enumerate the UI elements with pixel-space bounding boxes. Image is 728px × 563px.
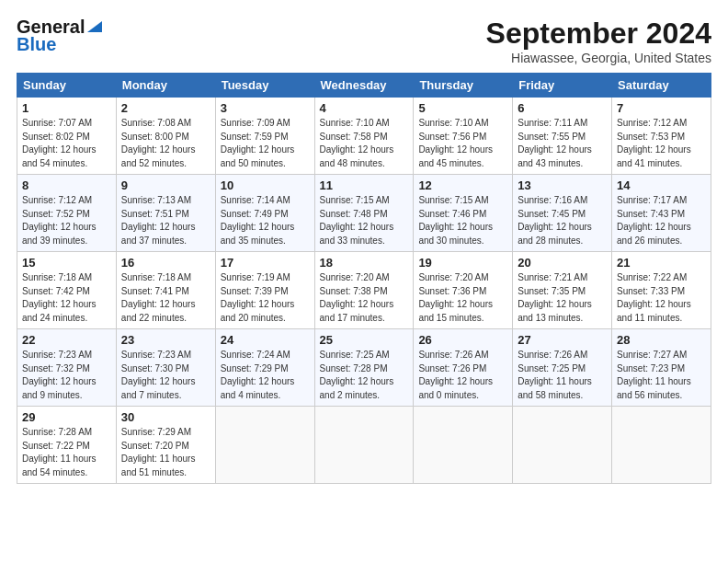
calendar-week-3: 15Sunrise: 7:18 AM Sunset: 7:42 PM Dayli… [17, 252, 711, 329]
calendar-cell: 11Sunrise: 7:15 AM Sunset: 7:48 PM Dayli… [314, 175, 414, 252]
weekday-header-thursday: Thursday [414, 74, 513, 98]
weekday-header-wednesday: Wednesday [314, 74, 414, 98]
day-number: 17 [221, 256, 310, 270]
calendar-cell [215, 407, 314, 484]
day-number: 19 [418, 256, 507, 270]
day-detail: Sunrise: 7:09 AM Sunset: 7:59 PM Dayligh… [221, 117, 310, 170]
day-detail: Sunrise: 7:27 AM Sunset: 7:23 PM Dayligh… [617, 349, 706, 402]
day-number: 6 [518, 101, 607, 115]
day-detail: Sunrise: 7:18 AM Sunset: 7:41 PM Dayligh… [121, 271, 210, 325]
day-detail: Sunrise: 7:25 AM Sunset: 7:28 PM Dayligh… [320, 349, 409, 402]
title-area: September 2024 Hiawassee, Georgia, Unite… [486, 17, 711, 65]
day-detail: Sunrise: 7:14 AM Sunset: 7:49 PM Dayligh… [221, 194, 310, 247]
calendar-cell: 29Sunrise: 7:28 AM Sunset: 7:22 PM Dayli… [17, 407, 117, 484]
calendar-cell: 15Sunrise: 7:18 AM Sunset: 7:42 PM Dayli… [17, 252, 117, 329]
day-detail: Sunrise: 7:12 AM Sunset: 7:53 PM Dayligh… [617, 117, 706, 170]
calendar-week-2: 8Sunrise: 7:12 AM Sunset: 7:52 PM Daylig… [17, 175, 711, 252]
day-detail: Sunrise: 7:23 AM Sunset: 7:32 PM Dayligh… [22, 349, 111, 402]
logo: General Blue [17, 17, 104, 55]
day-detail: Sunrise: 7:24 AM Sunset: 7:29 PM Dayligh… [221, 349, 310, 402]
day-number: 22 [22, 333, 111, 347]
calendar-cell: 22Sunrise: 7:23 AM Sunset: 7:32 PM Dayli… [17, 329, 117, 407]
day-number: 21 [617, 256, 706, 270]
calendar-cell: 17Sunrise: 7:19 AM Sunset: 7:39 PM Dayli… [215, 252, 314, 329]
day-detail: Sunrise: 7:12 AM Sunset: 7:52 PM Dayligh… [22, 194, 111, 247]
calendar-cell: 24Sunrise: 7:24 AM Sunset: 7:29 PM Dayli… [215, 329, 314, 407]
day-number: 3 [221, 101, 310, 115]
calendar-cell: 28Sunrise: 7:27 AM Sunset: 7:23 PM Dayli… [612, 329, 711, 407]
calendar-cell: 20Sunrise: 7:21 AM Sunset: 7:35 PM Dayli… [513, 252, 612, 329]
logo-triangle-icon [85, 17, 104, 36]
calendar-cell: 25Sunrise: 7:25 AM Sunset: 7:28 PM Dayli… [314, 329, 414, 407]
location: Hiawassee, Georgia, United States [486, 51, 711, 65]
calendar-table: SundayMondayTuesdayWednesdayThursdayFrid… [17, 73, 711, 484]
day-detail: Sunrise: 7:16 AM Sunset: 7:45 PM Dayligh… [518, 194, 607, 247]
month-title: September 2024 [486, 17, 711, 51]
logo-blue: Blue [17, 34, 56, 55]
day-detail: Sunrise: 7:26 AM Sunset: 7:26 PM Dayligh… [418, 349, 507, 402]
calendar-cell: 13Sunrise: 7:16 AM Sunset: 7:45 PM Dayli… [513, 175, 612, 252]
calendar-week-1: 1Sunrise: 7:07 AM Sunset: 8:02 PM Daylig… [17, 98, 711, 175]
calendar-cell: 30Sunrise: 7:29 AM Sunset: 7:20 PM Dayli… [116, 407, 215, 484]
day-detail: Sunrise: 7:15 AM Sunset: 7:46 PM Dayligh… [418, 194, 507, 247]
calendar-cell: 26Sunrise: 7:26 AM Sunset: 7:26 PM Dayli… [414, 329, 513, 407]
day-detail: Sunrise: 7:29 AM Sunset: 7:20 PM Dayligh… [121, 426, 210, 479]
day-number: 16 [121, 256, 210, 270]
day-number: 1 [22, 101, 111, 115]
calendar-cell [513, 407, 612, 484]
weekday-header-row: SundayMondayTuesdayWednesdayThursdayFrid… [17, 74, 711, 98]
calendar-week-5: 29Sunrise: 7:28 AM Sunset: 7:22 PM Dayli… [17, 407, 711, 484]
calendar-cell: 3Sunrise: 7:09 AM Sunset: 7:59 PM Daylig… [215, 98, 314, 175]
calendar-cell: 7Sunrise: 7:12 AM Sunset: 7:53 PM Daylig… [612, 98, 711, 175]
weekday-header-tuesday: Tuesday [215, 74, 314, 98]
day-detail: Sunrise: 7:07 AM Sunset: 8:02 PM Dayligh… [22, 117, 111, 170]
calendar-cell: 1Sunrise: 7:07 AM Sunset: 8:02 PM Daylig… [17, 98, 117, 175]
day-number: 24 [221, 333, 310, 347]
calendar-cell: 19Sunrise: 7:20 AM Sunset: 7:36 PM Dayli… [414, 252, 513, 329]
day-detail: Sunrise: 7:21 AM Sunset: 7:35 PM Dayligh… [518, 271, 607, 325]
header: General Blue September 2024 Hiawassee, G… [17, 17, 711, 65]
day-detail: Sunrise: 7:13 AM Sunset: 7:51 PM Dayligh… [121, 194, 210, 247]
day-detail: Sunrise: 7:20 AM Sunset: 7:36 PM Dayligh… [418, 271, 507, 325]
day-detail: Sunrise: 7:23 AM Sunset: 7:30 PM Dayligh… [121, 349, 210, 402]
day-number: 27 [518, 333, 607, 347]
day-number: 20 [518, 256, 607, 270]
day-detail: Sunrise: 7:10 AM Sunset: 7:58 PM Dayligh… [320, 117, 409, 170]
day-detail: Sunrise: 7:15 AM Sunset: 7:48 PM Dayligh… [320, 194, 409, 247]
day-detail: Sunrise: 7:08 AM Sunset: 8:00 PM Dayligh… [121, 117, 210, 170]
day-detail: Sunrise: 7:11 AM Sunset: 7:55 PM Dayligh… [518, 117, 607, 170]
day-number: 28 [617, 333, 706, 347]
calendar-cell [612, 407, 711, 484]
day-number: 7 [617, 101, 706, 115]
calendar-cell: 10Sunrise: 7:14 AM Sunset: 7:49 PM Dayli… [215, 175, 314, 252]
day-detail: Sunrise: 7:10 AM Sunset: 7:56 PM Dayligh… [418, 117, 507, 170]
day-number: 13 [518, 178, 607, 192]
calendar-cell: 16Sunrise: 7:18 AM Sunset: 7:41 PM Dayli… [116, 252, 215, 329]
calendar-cell: 8Sunrise: 7:12 AM Sunset: 7:52 PM Daylig… [17, 175, 117, 252]
day-detail: Sunrise: 7:19 AM Sunset: 7:39 PM Dayligh… [221, 271, 310, 325]
calendar-cell: 2Sunrise: 7:08 AM Sunset: 8:00 PM Daylig… [116, 98, 215, 175]
weekday-header-monday: Monday [116, 74, 215, 98]
day-number: 14 [617, 178, 706, 192]
calendar-cell: 14Sunrise: 7:17 AM Sunset: 7:43 PM Dayli… [612, 175, 711, 252]
day-number: 23 [121, 333, 210, 347]
day-detail: Sunrise: 7:22 AM Sunset: 7:33 PM Dayligh… [617, 271, 706, 325]
calendar-cell: 4Sunrise: 7:10 AM Sunset: 7:58 PM Daylig… [314, 98, 414, 175]
calendar-cell: 12Sunrise: 7:15 AM Sunset: 7:46 PM Dayli… [414, 175, 513, 252]
day-number: 8 [22, 178, 111, 192]
calendar-cell: 27Sunrise: 7:26 AM Sunset: 7:25 PM Dayli… [513, 329, 612, 407]
calendar-week-4: 22Sunrise: 7:23 AM Sunset: 7:32 PM Dayli… [17, 329, 711, 407]
calendar-cell: 5Sunrise: 7:10 AM Sunset: 7:56 PM Daylig… [414, 98, 513, 175]
calendar-cell: 21Sunrise: 7:22 AM Sunset: 7:33 PM Dayli… [612, 252, 711, 329]
day-number: 9 [121, 178, 210, 192]
day-number: 18 [320, 256, 409, 270]
day-number: 2 [121, 101, 210, 115]
day-detail: Sunrise: 7:26 AM Sunset: 7:25 PM Dayligh… [518, 349, 607, 402]
day-detail: Sunrise: 7:20 AM Sunset: 7:38 PM Dayligh… [320, 271, 409, 325]
calendar-cell [414, 407, 513, 484]
day-detail: Sunrise: 7:28 AM Sunset: 7:22 PM Dayligh… [22, 426, 111, 479]
svg-marker-0 [87, 21, 102, 32]
day-number: 12 [418, 178, 507, 192]
calendar-cell: 18Sunrise: 7:20 AM Sunset: 7:38 PM Dayli… [314, 252, 414, 329]
weekday-header-friday: Friday [513, 74, 612, 98]
